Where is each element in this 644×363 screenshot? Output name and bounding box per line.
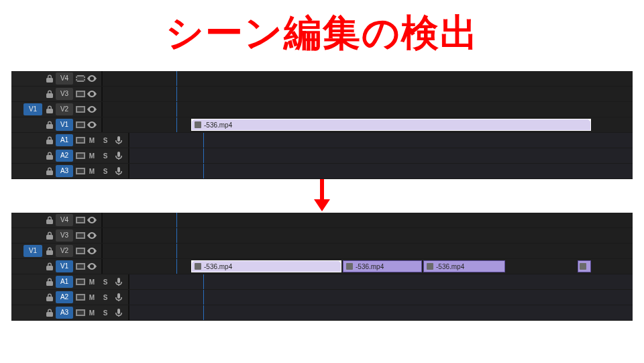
lock-icon[interactable] [44,245,56,257]
lock-icon[interactable] [44,307,56,319]
solo-button[interactable]: S [99,134,112,146]
track-label-v1[interactable]: V1 [56,119,73,131]
eye-icon[interactable] [85,119,99,131]
playhead[interactable] [176,117,177,132]
lock-icon[interactable] [44,103,56,115]
sync-lock-icon[interactable] [76,106,85,113]
video-clip[interactable]: -536.mp4 [343,260,422,272]
track-content-a1[interactable] [129,133,633,148]
track-label-v2[interactable]: V2 [56,245,73,257]
sync-lock-icon[interactable] [76,217,85,223]
track-content-v2[interactable] [103,244,633,258]
voiceover-icon[interactable] [112,165,125,177]
sync-lock-icon[interactable] [76,232,85,239]
sync-lock-icon[interactable] [76,137,85,144]
sync-lock-icon[interactable] [76,152,85,159]
track-content-v1[interactable]: -536.mp4 [103,117,633,132]
solo-button[interactable]: S [99,276,112,288]
track-label-a1[interactable]: A1 [56,276,73,288]
lock-icon[interactable] [44,150,56,162]
track-label-a2[interactable]: A2 [56,150,73,162]
track-content-a3[interactable] [129,305,633,320]
track-content-a1[interactable] [129,274,633,289]
track-label-v4[interactable]: V4 [56,214,73,226]
playhead[interactable] [176,71,177,86]
track-label-a3[interactable]: A3 [56,165,73,177]
track-content-v4[interactable] [103,213,633,227]
track-content-v4[interactable] [103,71,633,86]
lock-icon[interactable] [44,134,56,146]
track-label-a3[interactable]: A3 [56,307,73,319]
playhead[interactable] [203,274,204,289]
sync-lock-icon[interactable] [76,248,85,254]
sync-lock-icon[interactable] [76,294,85,301]
mute-button[interactable]: M [85,291,99,303]
mute-button[interactable]: M [85,165,99,177]
eye-icon[interactable] [85,103,99,115]
solo-button[interactable]: S [99,307,112,319]
solo-button[interactable]: S [99,291,112,303]
track-content-a2[interactable] [129,148,633,163]
video-clip[interactable]: -536.mp4 [191,260,341,272]
lock-icon[interactable] [44,214,56,226]
source-assign-v1[interactable]: V1 [23,103,42,115]
video-clip[interactable]: -536.mp4 [423,260,505,272]
playhead[interactable] [203,305,204,320]
playhead[interactable] [176,228,177,243]
playhead[interactable] [203,290,204,305]
track-content-v3[interactable] [103,87,633,101]
voiceover-icon[interactable] [112,150,125,162]
lock-icon[interactable] [44,72,56,85]
lock-icon[interactable] [44,88,56,100]
eye-icon[interactable] [85,88,99,100]
track-content-v3[interactable] [103,228,633,243]
playhead[interactable] [203,164,204,178]
sync-lock-icon[interactable] [76,263,85,270]
eye-icon[interactable] [85,260,99,272]
playhead[interactable] [203,133,204,148]
lock-icon[interactable] [44,276,56,288]
mute-button[interactable]: M [85,134,99,146]
voiceover-icon[interactable] [112,134,125,146]
video-clip[interactable]: -536.mp4 [191,119,591,131]
sync-lock-icon[interactable] [76,121,85,128]
playhead[interactable] [176,102,177,117]
track-content-v2[interactable] [103,102,633,117]
track-content-v1[interactable]: -536.mp4 -536.mp4 -536.mp4 [103,259,633,274]
lock-icon[interactable] [44,229,56,242]
track-content-a3[interactable] [129,164,633,178]
sync-lock-icon[interactable] [76,168,85,174]
solo-button[interactable]: S [99,165,112,177]
playhead[interactable] [176,87,177,101]
lock-icon[interactable] [44,291,56,303]
voiceover-icon[interactable] [112,307,125,319]
mute-button[interactable]: M [85,276,99,288]
voiceover-icon[interactable] [112,291,125,303]
track-label-v1[interactable]: V1 [56,260,73,272]
playhead[interactable] [176,213,177,227]
sync-lock-icon[interactable] [76,91,85,97]
playhead[interactable] [176,244,177,258]
track-content-a2[interactable] [129,290,633,305]
solo-button[interactable]: S [99,150,112,162]
playhead[interactable] [176,259,177,274]
lock-icon[interactable] [44,119,56,131]
track-label-v4[interactable]: V4 [56,72,73,85]
track-label-v3[interactable]: V3 [56,229,73,242]
eye-icon[interactable] [85,72,99,85]
lock-icon[interactable] [44,165,56,177]
track-label-a1[interactable]: A1 [56,134,73,146]
voiceover-icon[interactable] [112,276,125,288]
eye-icon[interactable] [85,229,99,242]
sync-lock-icon[interactable] [76,278,85,285]
track-label-v3[interactable]: V3 [56,88,73,100]
mute-button[interactable]: M [85,307,99,319]
eye-icon[interactable] [85,245,99,257]
eye-icon[interactable] [85,214,99,226]
mute-button[interactable]: M [85,150,99,162]
lock-icon[interactable] [44,260,56,272]
sync-lock-icon[interactable] [76,75,85,82]
playhead[interactable] [203,148,204,163]
track-label-v2[interactable]: V2 [56,103,73,115]
track-label-a2[interactable]: A2 [56,291,73,303]
